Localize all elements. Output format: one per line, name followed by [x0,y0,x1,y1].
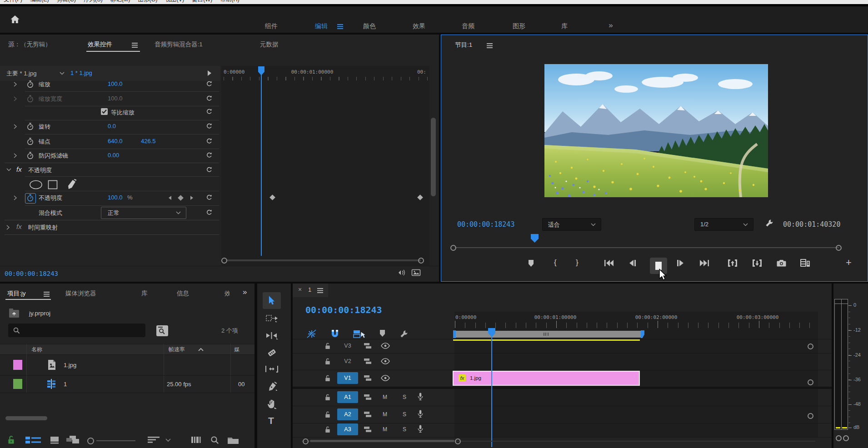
timeline-clip[interactable]: fx 1.jpg [453,371,640,386]
column-name[interactable]: 名称 [31,346,42,353]
stopwatch-icon[interactable] [26,123,34,130]
track-target-v2[interactable]: V2 [337,355,358,367]
timeline-hscroll-thumb[interactable] [310,440,454,442]
sync-lock-icon[interactable] [364,411,372,418]
reset-icon[interactable] [206,152,213,159]
prop-anchor-y[interactable]: 426.5 [141,138,156,144]
effects-timeline-toggle-icon[interactable] [207,70,212,76]
track-lock-icon[interactable] [324,343,331,349]
blend-mode-dropdown[interactable]: 正常 [101,207,186,219]
sequence-tab[interactable]: × 1 [293,284,328,297]
expander-icon[interactable] [14,96,17,101]
program-seek-track[interactable] [455,247,839,248]
timeline-hscroll-right-handle[interactable] [455,438,461,444]
toggle-track-output-eye-icon[interactable] [381,343,390,349]
workspace-tab-assembly[interactable]: 组件 [265,22,278,30]
automate-to-sequence-icon[interactable] [191,436,202,444]
tab-metadata[interactable]: 元数据 [260,40,279,49]
prev-keyframe-icon[interactable] [168,195,172,200]
voiceover-mic-icon[interactable] [417,393,424,401]
find-icon[interactable] [210,436,219,444]
search-input[interactable] [8,324,145,337]
tab-program[interactable]: 节目:1 [455,41,472,49]
project-row-image[interactable] [0,355,254,375]
breadcrumb[interactable]: jy.prproj [29,310,50,317]
mute-button[interactable]: M [383,394,387,400]
column-frame-rate[interactable]: 帧速率 [169,346,185,353]
workspace-overflow-chevron[interactable]: » [609,21,613,30]
multi-camera-icon[interactable] [799,258,810,268]
voiceover-mic-icon[interactable] [417,425,424,433]
ec-ruler-ticks[interactable] [224,77,428,80]
solo-button[interactable]: S [403,426,406,433]
voiceover-mic-icon[interactable] [417,410,424,418]
menu-view[interactable]: 视图(V) [165,0,184,4]
menu-file[interactable]: 文件(F) [4,0,22,4]
sync-lock-icon[interactable] [364,374,372,382]
track-lock-icon[interactable] [324,394,331,401]
workspace-tab-graphics[interactable]: 图形 [513,22,525,30]
zoom-level-dropdown[interactable]: 适合 [542,218,601,231]
label-color-chip[interactable] [13,379,22,389]
work-area-bar[interactable] [456,331,641,338]
seek-left-handle[interactable] [450,245,456,251]
meter-solo-left[interactable] [836,435,842,441]
program-timecode[interactable]: 00:00:00:18243 [457,220,514,229]
workspace-tab-effects[interactable]: 效果 [413,22,425,30]
add-marker-icon[interactable] [379,329,386,337]
ec-hscroll-left-handle[interactable] [221,258,227,264]
expander-icon[interactable] [14,195,17,200]
master-clip-label[interactable]: 主要 * 1.jpg [6,70,36,78]
reset-icon[interactable] [206,138,213,144]
ec-timecode[interactable]: 00:00:00:18243 [5,270,58,277]
reset-icon[interactable] [206,166,213,173]
tab-media-browser[interactable]: 媒体浏览器 [65,289,96,298]
reset-icon[interactable] [206,95,213,102]
new-bin-folder-icon[interactable] [227,436,239,444]
stopwatch-active-box[interactable] [25,193,36,204]
toggle-track-output-eye-icon[interactable] [381,375,390,381]
panel-menu-icon[interactable] [487,43,493,48]
ec-vertical-scrollbar[interactable] [431,118,436,196]
menu-edit[interactable]: 编辑(E) [30,0,49,4]
panel-menu-icon[interactable] [132,43,138,48]
tab-audio-mixer[interactable]: 音频剪辑混合器:1 [155,40,203,49]
pen-mask-icon[interactable] [65,179,77,190]
tab-source-monitor[interactable]: 源：（无剪辑） [8,40,51,49]
freeform-view-icon[interactable] [66,435,80,444]
stopwatch-icon[interactable] [26,152,34,159]
item-name[interactable]: 1.jpg [64,362,76,368]
ec-playhead-line[interactable] [261,67,262,256]
item-name[interactable]: 1 [64,381,67,388]
solo-button[interactable]: S [403,411,406,418]
video-audio-divider[interactable] [293,387,832,389]
export-frame-icon[interactable] [411,268,421,277]
prop-rotation-value[interactable]: 0.0 [108,123,116,129]
ec-timeline-area[interactable] [221,66,429,266]
track-lock-icon[interactable] [324,411,331,418]
workspace-tab-audio[interactable]: 音频 [462,22,474,30]
reset-icon[interactable] [206,108,213,115]
selection-tool-active-box[interactable] [263,292,281,309]
add-marker-icon[interactable] [528,259,534,267]
track-lock-icon[interactable] [324,358,331,365]
sync-lock-icon[interactable] [364,426,372,433]
tab-effect-controls[interactable]: 效果控件 [88,40,112,49]
ec-hscroll-right-handle[interactable] [418,258,424,264]
mark-out-icon[interactable]: } [576,258,579,267]
sequence-tab-label[interactable]: 1 [308,286,311,293]
menu-marker[interactable]: 标记(M) [110,0,130,4]
settings-wrench-icon[interactable] [765,219,774,228]
pen-tool-icon[interactable] [266,382,277,392]
chevron-down-icon[interactable] [60,72,65,75]
mute-button[interactable]: M [383,426,387,433]
razor-tool-icon[interactable] [267,348,277,357]
zoom-slider-handle[interactable] [87,438,94,444]
toggle-track-output-eye-icon[interactable] [381,358,390,364]
track-target-v1[interactable]: V1 [337,372,358,384]
go-to-in-icon[interactable] [604,259,614,267]
sync-lock-icon[interactable] [364,342,372,349]
nest-insert-toggle-icon[interactable] [306,329,317,339]
reset-icon[interactable] [206,80,213,87]
timeline-timecode[interactable]: 00:00:00:18243 [305,304,382,315]
